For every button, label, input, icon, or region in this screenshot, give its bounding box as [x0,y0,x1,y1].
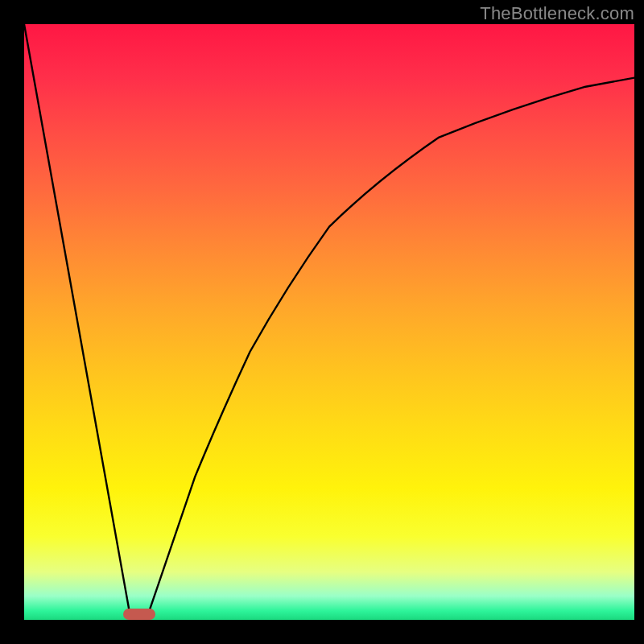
bottleneck-marker [123,609,155,620]
curve-left [24,24,131,620]
watermark-text: TheBottleneck.com [480,3,634,24]
plot-area [24,24,634,620]
chart-frame: TheBottleneck.com [0,0,644,644]
bottleneck-curves [24,24,634,620]
curve-right [147,78,634,620]
